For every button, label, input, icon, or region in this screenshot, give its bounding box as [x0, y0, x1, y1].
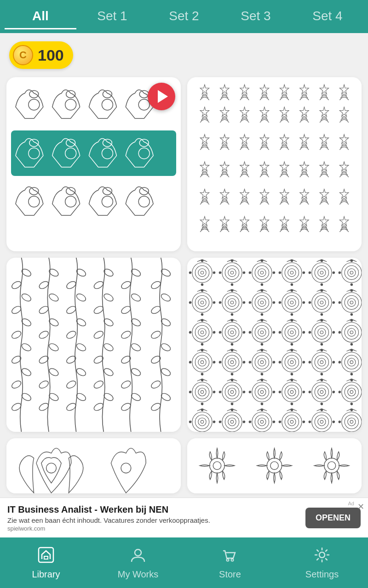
pattern-card-3[interactable] — [6, 258, 181, 432]
svg-point-20 — [102, 196, 113, 207]
svg-rect-114 — [44, 556, 48, 559]
pattern-card-5[interactable] — [6, 438, 181, 493]
svg-point-8 — [29, 148, 40, 159]
svg-point-102 — [187, 258, 189, 259]
nav-settings[interactable]: Settings — [276, 537, 368, 588]
pattern-card-4[interactable] — [187, 258, 362, 432]
svg-point-19 — [66, 187, 75, 195]
nav-library[interactable]: Library — [0, 537, 92, 588]
svg-point-13 — [103, 139, 112, 147]
svg-point-117 — [231, 559, 234, 561]
tab-set2[interactable]: Set 2 — [148, 4, 220, 29]
play-button[interactable] — [148, 83, 175, 110]
my-works-label: My Works — [118, 569, 159, 580]
ad-close-button[interactable]: ✕ — [357, 502, 364, 512]
svg-point-5 — [103, 90, 112, 98]
library-label: Library — [32, 569, 60, 580]
svg-point-1 — [29, 90, 39, 98]
store-label: Store — [219, 569, 241, 580]
svg-point-22 — [138, 196, 150, 207]
coin-count: 100 — [38, 46, 64, 64]
svg-point-3 — [66, 90, 75, 98]
svg-point-18 — [65, 196, 76, 207]
ad-source: spielwork.com — [7, 525, 301, 532]
svg-point-16 — [29, 196, 40, 207]
svg-point-9 — [29, 139, 39, 147]
tab-set1[interactable]: Set 1 — [76, 4, 148, 29]
tab-bar: All Set 1 Set 2 Set 3 Set 4 — [0, 0, 368, 33]
ad-title: IT Business Analist - Werken bij NEN — [7, 503, 301, 515]
svg-point-2 — [65, 99, 76, 110]
svg-rect-25 — [6, 258, 181, 432]
library-icon — [37, 546, 55, 566]
svg-point-17 — [29, 187, 39, 195]
pattern-grid — [0, 77, 368, 500]
settings-label: Settings — [305, 569, 339, 580]
settings-icon — [313, 546, 331, 566]
nav-my-works[interactable]: My Works — [92, 537, 184, 588]
svg-point-23 — [139, 187, 149, 195]
svg-point-4 — [102, 99, 113, 110]
svg-point-11 — [66, 139, 75, 147]
pattern-card-6[interactable] — [187, 438, 362, 493]
tab-all[interactable]: All — [5, 4, 76, 29]
store-icon — [221, 546, 239, 566]
svg-point-0 — [29, 99, 40, 110]
svg-point-10 — [65, 148, 76, 159]
svg-rect-98 — [187, 258, 362, 432]
svg-point-15 — [139, 139, 149, 147]
bottom-nav: Library My Works Store Settings — [0, 537, 368, 588]
tab-set4[interactable]: Set 4 — [292, 4, 363, 29]
svg-point-21 — [103, 187, 112, 195]
pattern-card-1[interactable] — [6, 77, 181, 251]
ad-text-block: IT Business Analist - Werken bij NEN Zie… — [7, 503, 301, 532]
coin-icon: C — [13, 45, 33, 65]
ad-banner: Ad ✕ IT Business Analist - Werken bij NE… — [0, 498, 368, 537]
ad-label: Ad — [348, 501, 354, 506]
my-works-icon — [129, 546, 147, 566]
svg-point-118 — [319, 552, 325, 558]
tab-set3[interactable]: Set 3 — [220, 4, 292, 29]
svg-point-14 — [138, 148, 150, 159]
svg-point-115 — [135, 549, 141, 556]
svg-rect-113 — [39, 548, 53, 562]
ad-description: Zie wat een baan écht inhoudt. Vacatures… — [7, 516, 301, 524]
svg-point-116 — [227, 559, 229, 561]
coin-badge[interactable]: C 100 — [9, 41, 73, 69]
ad-open-button[interactable]: OPENEN — [305, 508, 361, 528]
svg-point-12 — [102, 148, 113, 159]
svg-rect-24 — [187, 77, 362, 251]
pattern-card-2[interactable] — [187, 77, 362, 251]
nav-store[interactable]: Store — [184, 537, 276, 588]
